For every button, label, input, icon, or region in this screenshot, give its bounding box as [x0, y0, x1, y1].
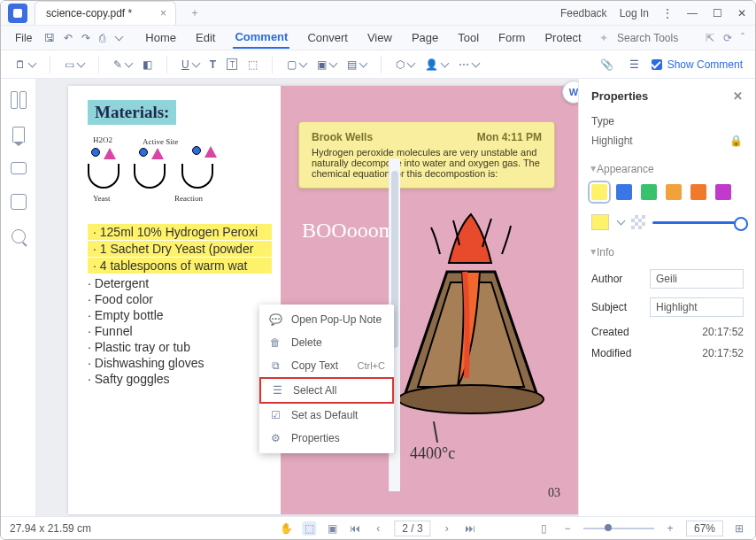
- cloud-icon[interactable]: ⟳: [723, 32, 732, 44]
- word-export-icon[interactable]: W: [562, 81, 578, 104]
- paperclip-icon[interactable]: 📎: [597, 56, 617, 73]
- stamp-tool[interactable]: ▣: [313, 56, 340, 73]
- attachment-tool[interactable]: ⋯: [455, 56, 482, 73]
- crop-tool-icon[interactable]: ▣: [325, 521, 339, 536]
- page-indicator[interactable]: 2 / 3: [394, 521, 430, 536]
- menu-comment[interactable]: Comment: [233, 27, 289, 49]
- zoom-in-icon[interactable]: +: [663, 521, 677, 536]
- underline-tool[interactable]: U: [178, 56, 203, 73]
- measure-tool[interactable]: ▤: [343, 56, 370, 73]
- zoom-slider[interactable]: [583, 528, 654, 529]
- fill-color-swatch[interactable]: [591, 214, 609, 230]
- app-logo-icon: [8, 4, 27, 23]
- author-label: Author: [591, 273, 644, 285]
- color-dropdown-icon[interactable]: [617, 217, 626, 226]
- close-tab-icon[interactable]: ×: [160, 7, 166, 19]
- color-swatch[interactable]: [666, 184, 682, 200]
- attachments-panel-icon[interactable]: [11, 194, 27, 210]
- first-page-icon[interactable]: ⏮: [348, 521, 362, 536]
- minimize-icon[interactable]: —: [686, 7, 698, 19]
- show-comment-toggle[interactable]: Show Comment: [652, 58, 743, 71]
- search-tools-input[interactable]: [617, 32, 697, 44]
- ctx-properties[interactable]: ⚙Properties: [259, 427, 394, 450]
- menu-protect[interactable]: Protect: [543, 27, 582, 48]
- textbox-tool[interactable]: 🅃: [223, 56, 241, 73]
- menu-page[interactable]: Page: [410, 27, 440, 48]
- fit-page-icon[interactable]: ⊞: [732, 521, 746, 536]
- callout-tool[interactable]: ⬚: [244, 56, 261, 73]
- close-panel-icon[interactable]: ✕: [733, 89, 743, 103]
- share-icon[interactable]: ⇱: [706, 32, 714, 44]
- wand-icon[interactable]: ✦: [599, 32, 608, 44]
- bookmarks-icon[interactable]: [12, 127, 25, 143]
- color-swatch[interactable]: [591, 184, 607, 200]
- eraser-tool[interactable]: ◧: [139, 56, 156, 73]
- new-tab-button[interactable]: ＋: [189, 7, 201, 19]
- pencil-tool[interactable]: ✎: [110, 56, 135, 73]
- save-icon[interactable]: 🖫: [44, 32, 55, 44]
- login-link[interactable]: Log In: [620, 7, 649, 19]
- properties-title: Properties: [591, 89, 648, 103]
- list-item: · Safty goggles: [88, 371, 272, 387]
- appearance-section[interactable]: Appearance: [591, 163, 743, 175]
- single-page-icon[interactable]: ▯: [537, 521, 552, 536]
- ctx-delete[interactable]: 🗑Delete: [259, 331, 394, 354]
- maximize-icon[interactable]: ☐: [711, 7, 723, 19]
- menu-home[interactable]: Home: [143, 27, 178, 48]
- popup-note[interactable]: Brook Wells Mon 4:11 PM Hydrogen peroxid…: [298, 121, 555, 189]
- opacity-slider[interactable]: [652, 221, 743, 224]
- shape-rect-tool[interactable]: ▢: [283, 56, 310, 73]
- undo-icon[interactable]: ↶: [64, 32, 73, 44]
- color-swatch[interactable]: [690, 184, 706, 200]
- color-swatch[interactable]: [715, 184, 731, 200]
- comments-panel-icon[interactable]: [11, 162, 27, 174]
- menu-convert[interactable]: Convert: [305, 27, 350, 48]
- hand-tool-icon[interactable]: ✋: [279, 521, 293, 536]
- info-section[interactable]: Info: [591, 246, 743, 258]
- menu-view[interactable]: View: [366, 27, 394, 48]
- thumbnails-icon[interactable]: [11, 91, 27, 107]
- ctx-select-all[interactable]: ☰Select All: [259, 377, 394, 404]
- menu-edit[interactable]: Edit: [194, 27, 217, 48]
- color-swatch[interactable]: [641, 184, 657, 200]
- menu-form[interactable]: Form: [497, 27, 527, 48]
- zoom-out-icon[interactable]: −: [560, 521, 575, 536]
- print-dropdown-icon[interactable]: [115, 32, 124, 41]
- file-menu[interactable]: File: [10, 32, 37, 44]
- list-item: · Empty bottle: [88, 307, 272, 323]
- lock-icon[interactable]: 🔒: [729, 135, 743, 147]
- label-yeast: Yeast: [93, 194, 111, 203]
- subject-input[interactable]: [650, 297, 744, 317]
- ctx-open-pop-up-note[interactable]: 💬Open Pop-Up Note: [259, 308, 394, 331]
- search-panel-icon[interactable]: [12, 229, 26, 243]
- author-input[interactable]: [650, 269, 744, 289]
- close-window-icon[interactable]: ✕: [736, 7, 748, 19]
- signature-tool[interactable]: 👤: [421, 56, 451, 73]
- select-tool-icon[interactable]: ⬚: [302, 521, 316, 536]
- color-swatch[interactable]: [616, 184, 632, 200]
- note-text: Hydrogen peroxide molecules are very uns…: [312, 147, 542, 179]
- expand-icon[interactable]: ˆ: [741, 32, 744, 44]
- document-tab[interactable]: science-copy.pdf * ×: [35, 1, 176, 25]
- print-icon[interactable]: ⎙: [99, 32, 105, 44]
- kebab-menu-icon[interactable]: ⋮: [661, 7, 674, 19]
- ctx-icon: ☑: [268, 408, 282, 422]
- note-tool[interactable]: 🗒: [12, 56, 39, 73]
- prev-page-icon[interactable]: ‹: [371, 521, 385, 536]
- highlighted-line[interactable]: · 1 Sachet Dry Yeast (powder: [88, 241, 272, 257]
- redo-icon[interactable]: ↷: [81, 32, 90, 44]
- next-page-icon[interactable]: ›: [440, 521, 454, 536]
- feedback-link[interactable]: Feedback: [560, 7, 607, 19]
- transparency-icon[interactable]: [631, 215, 645, 229]
- menu-tool[interactable]: Tool: [456, 27, 481, 48]
- last-page-icon[interactable]: ⏭: [463, 521, 477, 536]
- stamp-approve-tool[interactable]: ⬡: [392, 56, 418, 73]
- ctx-set-as-default[interactable]: ☑Set as Default: [259, 404, 394, 427]
- highlight-tool[interactable]: ▭: [61, 56, 88, 73]
- highlighted-line[interactable]: · 4 tablespoons of warm wat: [88, 258, 272, 274]
- zoom-value[interactable]: 67%: [686, 521, 723, 536]
- text-tool[interactable]: T: [206, 56, 220, 73]
- ctx-copy-text[interactable]: ⧉Copy TextCtrl+C: [259, 354, 394, 377]
- annotation-list-icon[interactable]: ☰: [626, 56, 643, 73]
- highlighted-line[interactable]: · 125ml 10% Hydrogen Peroxi: [88, 224, 272, 240]
